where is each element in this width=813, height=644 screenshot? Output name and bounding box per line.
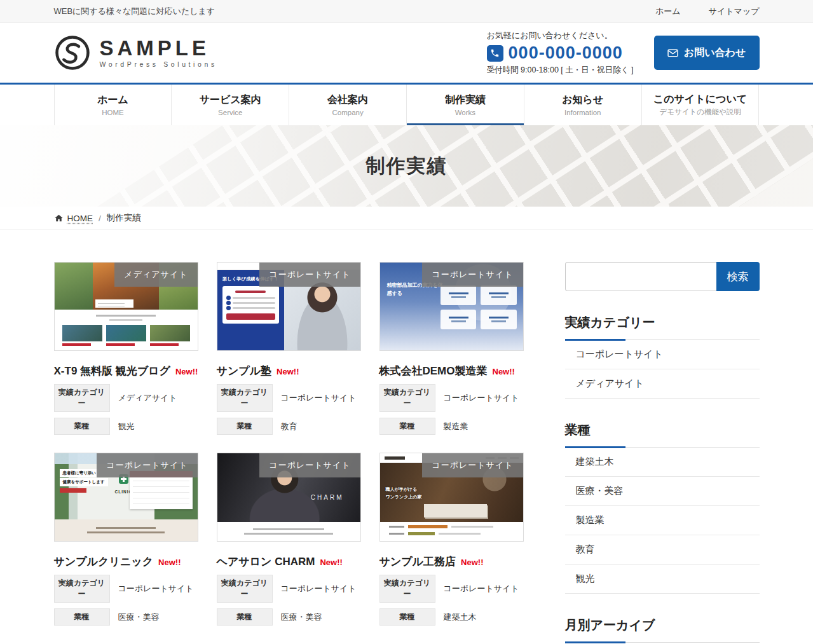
work-title[interactable]: ヘアサロン CHARM bbox=[217, 555, 315, 569]
category-tag-value[interactable]: コーポレートサイト bbox=[444, 583, 519, 594]
work-thumbnail: コーポレートサイト 患者様に寄り添い 健康をサポートします CLINIC bbox=[54, 453, 198, 542]
sidebar-heading: 月別アーカイブ bbox=[565, 617, 760, 643]
home-icon bbox=[54, 214, 64, 223]
category-badge: コーポレートサイト bbox=[259, 453, 360, 477]
work-card-hair-salon[interactable]: コーポレートサイト CHARM ヘアサロン CHARM New!! 実績カテゴリ… bbox=[217, 453, 361, 626]
category-badge: コーポレートサイト bbox=[422, 263, 523, 287]
nav-item-information[interactable]: お知らせ Information bbox=[524, 85, 641, 125]
nav-item-service[interactable]: サービス案内 Service bbox=[171, 85, 289, 125]
mail-icon bbox=[667, 49, 678, 57]
nav-label: このサイトについて bbox=[653, 93, 747, 105]
category-tag-value[interactable]: メディアサイト bbox=[118, 392, 177, 404]
work-card-builder[interactable]: コーポレートサイト 職人が手がける ワンランク上の家 bbox=[379, 453, 524, 626]
nav-label: お知らせ bbox=[562, 93, 603, 106]
logo-subtitle: WordPress Solutions bbox=[100, 60, 217, 68]
sidebar-heading: 業種 bbox=[565, 421, 760, 448]
utility-link-sitemap[interactable]: サイトマップ bbox=[709, 6, 760, 17]
breadcrumb: HOME / 制作実績 bbox=[0, 207, 813, 230]
industry-tag-value[interactable]: 観光 bbox=[118, 421, 135, 432]
thumb-red-button bbox=[60, 488, 86, 493]
work-title[interactable]: 株式会社DEMO製造業 bbox=[379, 364, 488, 378]
thumb-kitchen-island bbox=[424, 504, 487, 517]
category-tag-label: 実績カテゴリー bbox=[379, 384, 435, 412]
work-card-manufacturer[interactable]: コーポレートサイト 精密部品加工の実力を体感する 株式会社DEMO製造業 New… bbox=[379, 262, 524, 435]
thumb-gallery-item bbox=[62, 325, 102, 346]
nav-sublabel: HOME bbox=[102, 109, 124, 116]
category-tag-label: 実績カテゴリー bbox=[54, 384, 110, 412]
breadcrumb-separator: / bbox=[99, 214, 101, 223]
breadcrumb-current: 制作実績 bbox=[107, 212, 141, 224]
thumb-heading-line1: 職人が手がける bbox=[386, 486, 422, 493]
nav-item-works[interactable]: 制作実績 Works bbox=[406, 85, 524, 125]
industry-tag-value[interactable]: 建築土木 bbox=[444, 612, 477, 623]
page-title: 制作実績 bbox=[0, 125, 813, 207]
new-label: New!! bbox=[175, 367, 198, 376]
work-card-travel-blog[interactable]: メディアサイト X-T9 無料版 観光ブログ New!! bbox=[54, 262, 198, 435]
new-label: New!! bbox=[320, 558, 342, 567]
sidebar-item-tourism[interactable]: 観光 bbox=[565, 565, 760, 594]
phone-note: お気軽にお問い合わせください。 bbox=[487, 30, 634, 41]
thumb-footer-strip bbox=[380, 522, 523, 541]
work-title[interactable]: サンプル工務店 bbox=[379, 555, 456, 569]
nav-item-about[interactable]: このサイトについて デモサイトの機能や説明 bbox=[641, 85, 760, 125]
new-label: New!! bbox=[158, 558, 181, 567]
main-content: メディアサイト X-T9 無料版 観光ブログ New!! bbox=[0, 230, 813, 644]
work-card-school[interactable]: コーポレートサイト 楽しく学び成績を伸ばす！ サンプル塾 bbox=[217, 262, 361, 435]
industry-tag-label: 業種 bbox=[217, 418, 273, 435]
industry-tag-label: 業種 bbox=[54, 418, 110, 435]
work-title[interactable]: X-T9 無料版 観光ブログ bbox=[54, 364, 170, 378]
site-logo[interactable]: SAMPLE WordPress Solutions bbox=[54, 34, 217, 71]
nav-label: サービス案内 bbox=[200, 93, 261, 106]
industry-tag-value[interactable]: 製造業 bbox=[444, 421, 468, 432]
category-tag-label: 実績カテゴリー bbox=[54, 575, 110, 603]
page-hero-banner: 制作実績 bbox=[0, 125, 813, 207]
sidebar-item-education[interactable]: 教育 bbox=[565, 535, 760, 565]
nav-item-home[interactable]: ホーム HOME bbox=[54, 85, 172, 125]
industry-tag-value[interactable]: 教育 bbox=[281, 421, 297, 432]
nav-item-company[interactable]: 会社案内 Company bbox=[289, 85, 406, 125]
industry-tag-value[interactable]: 医療・美容 bbox=[281, 612, 322, 623]
logo-s-icon bbox=[54, 34, 91, 71]
sidebar-item-corporate-site[interactable]: コーポレートサイト bbox=[565, 340, 760, 369]
industry-tag-value[interactable]: 医療・美容 bbox=[118, 612, 160, 623]
main-navigation: ホーム HOME サービス案内 Service 会社案内 Company 制作実… bbox=[0, 85, 813, 125]
category-tag-label: 実績カテゴリー bbox=[217, 575, 273, 603]
category-tag-label: 実績カテゴリー bbox=[379, 575, 435, 603]
logo-texts: SAMPLE WordPress Solutions bbox=[100, 38, 217, 69]
sidebar-heading: 実績カテゴリー bbox=[565, 314, 760, 340]
sidebar-item-medical-beauty[interactable]: 医療・美容 bbox=[565, 477, 760, 506]
phone-number[interactable]: 000-000-0000 bbox=[509, 43, 623, 63]
thumb-gallery-item bbox=[106, 325, 146, 346]
phone-icon bbox=[487, 45, 503, 62]
search-button[interactable]: 検索 bbox=[716, 262, 760, 291]
sidebar-item-construction[interactable]: 建築土木 bbox=[565, 448, 760, 477]
contact-button-label: お問い合わせ bbox=[684, 46, 746, 60]
sidebar-item-manufacturing[interactable]: 製造業 bbox=[565, 506, 760, 535]
nav-sublabel: Information bbox=[564, 109, 601, 116]
category-tag-value[interactable]: コーポレートサイト bbox=[118, 583, 194, 594]
work-card-clinic[interactable]: コーポレートサイト 患者様に寄り添い 健康をサポートします CLINIC bbox=[54, 453, 198, 626]
breadcrumb-home-label: HOME bbox=[67, 214, 93, 223]
utility-link-home[interactable]: ホーム bbox=[655, 6, 681, 17]
thumb-stat-card bbox=[441, 285, 476, 305]
sidebar-section-archive: 月別アーカイブ 2025年12月 bbox=[565, 617, 760, 644]
contact-button[interactable]: お問い合わせ bbox=[654, 36, 760, 70]
breadcrumb-home-link[interactable]: HOME bbox=[54, 214, 93, 223]
thumb-text-lines bbox=[96, 315, 156, 321]
nav-label: 制作実績 bbox=[445, 93, 486, 106]
category-tag-value[interactable]: コーポレートサイト bbox=[281, 392, 357, 404]
category-tag-value[interactable]: コーポレートサイト bbox=[281, 583, 357, 594]
thumb-stat-card bbox=[481, 310, 516, 329]
category-badge: メディアサイト bbox=[114, 263, 197, 287]
category-tag-label: 実績カテゴリー bbox=[217, 384, 273, 412]
nav-sublabel: デモサイトの機能や説明 bbox=[659, 107, 741, 117]
sidebar-section-industries: 業種 建築土木 医療・美容 製造業 教育 観光 bbox=[565, 421, 760, 594]
category-tag-value[interactable]: コーポレートサイト bbox=[444, 392, 519, 404]
sidebar-item-media-site[interactable]: メディアサイト bbox=[565, 369, 760, 399]
thumb-footer-strip bbox=[217, 522, 360, 541]
work-title[interactable]: サンプル塾 bbox=[217, 364, 272, 378]
work-title[interactable]: サンプルクリニック bbox=[54, 555, 154, 569]
search-input[interactable] bbox=[565, 262, 716, 291]
thumb-gallery-row bbox=[55, 325, 198, 346]
search-box: 検索 bbox=[565, 262, 760, 291]
